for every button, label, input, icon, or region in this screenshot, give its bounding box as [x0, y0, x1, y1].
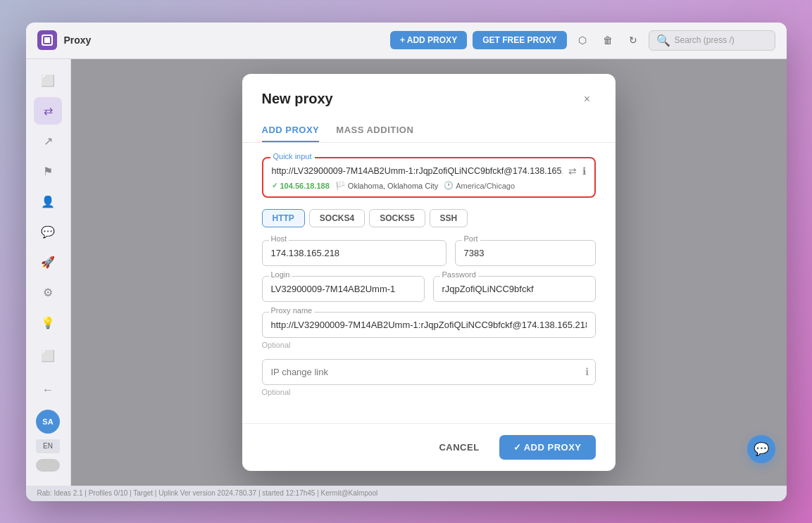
- port-label: Port: [462, 234, 480, 243]
- settings-icon: ⚙: [43, 286, 53, 299]
- protocol-tabs: HTTP SOCKS4 SOCKS5 SSH: [262, 209, 596, 227]
- search-bar[interactable]: 🔍 Search (press /): [649, 30, 775, 51]
- tab-mass-addition[interactable]: MASS ADDITION: [336, 119, 413, 142]
- quick-input-wrapper: Quick input ⇄ ℹ 104.56.18.188 🏳️ Okl: [262, 157, 596, 198]
- sidebar-item-chat[interactable]: 💬: [34, 218, 62, 246]
- search-icon: 🔍: [656, 34, 670, 47]
- host-label: Host: [269, 234, 289, 243]
- quick-input-swap-button[interactable]: ⇄: [568, 165, 577, 177]
- port-field: Port: [455, 240, 596, 266]
- login-field: Login: [262, 276, 425, 302]
- sidebar-bottom: ⬜ ← SA EN: [34, 342, 62, 477]
- main-content: ⬜ ⇄ ↗ ⚑ 👤 💬 🚀 ⚙ 💡: [26, 59, 787, 486]
- refresh-icon-button[interactable]: ↻: [623, 30, 643, 50]
- theme-toggle[interactable]: [36, 459, 60, 472]
- sidebar-item-extensions[interactable]: ↗: [34, 127, 62, 155]
- chat-icon: 💬: [41, 225, 55, 239]
- add-proxy-submit-button[interactable]: ✓ ADD PROXY: [499, 435, 596, 460]
- delete-icon-button[interactable]: 🗑: [598, 30, 618, 50]
- timezone-text: America/Chicago: [456, 182, 515, 190]
- password-label: Password: [440, 270, 478, 279]
- host-port-row: Host Port: [262, 240, 596, 266]
- modal-title: New proxy: [262, 91, 333, 107]
- bookmarks-icon: ⚑: [43, 165, 53, 178]
- proxy-name-row: Proxy name: [262, 312, 596, 338]
- protocol-tab-socks5[interactable]: SOCKS5: [369, 209, 425, 227]
- lang-button[interactable]: EN: [36, 439, 60, 453]
- quick-input-info-button[interactable]: ℹ: [582, 165, 586, 177]
- title-bar-actions: + ADD PROXY GET FREE PROXY ⬡ 🗑 ↻ 🔍 Searc…: [390, 30, 775, 51]
- app-window: Proxy + ADD PROXY GET FREE PROXY ⬡ 🗑 ↻ 🔍…: [26, 23, 787, 501]
- sidebar-item-bulb[interactable]: 💡: [34, 309, 62, 336]
- extensions-icon: ↗: [44, 134, 53, 148]
- browser-icon: ⬜: [41, 74, 55, 87]
- modal-close-button[interactable]: ×: [579, 91, 596, 108]
- app-icon-inner: [42, 34, 53, 46]
- quick-input-label: Quick input: [270, 152, 315, 160]
- page-area: New proxy × ADD PROXY MASS ADDITION Quic…: [71, 59, 787, 486]
- share-icon-button[interactable]: ⬡: [573, 30, 592, 50]
- flag-icon: 🏳️: [335, 181, 346, 191]
- users-icon: 👤: [41, 195, 55, 208]
- status-ip: 104.56.18.188: [272, 182, 330, 190]
- sidebar-item-browser[interactable]: ⬜: [34, 68, 62, 95]
- tab-add-proxy[interactable]: ADD PROXY: [262, 119, 320, 142]
- app-icon: [37, 30, 57, 50]
- ip-change-row: ℹ: [262, 359, 596, 385]
- login-password-row: Login Password: [262, 276, 596, 302]
- clock-icon: 🕐: [444, 181, 454, 190]
- login-input[interactable]: [262, 276, 425, 302]
- quick-input-field[interactable]: [272, 166, 563, 176]
- port-input[interactable]: [455, 240, 596, 266]
- avatar[interactable]: SA: [36, 410, 60, 434]
- proxy-icon: ⇄: [44, 104, 53, 118]
- sidebar-item-bookmarks[interactable]: ⚑: [34, 158, 62, 185]
- cancel-button[interactable]: CANCEL: [427, 436, 490, 458]
- proxy-name-input[interactable]: [262, 312, 596, 338]
- status-text: Rab: Ideas 2.1 | Profiles 0/10 | Target …: [37, 489, 378, 497]
- quick-input-row: ⇄ ℹ: [272, 165, 586, 177]
- ip-change-info-icon: ℹ: [585, 366, 589, 377]
- sidebar-item-secondary[interactable]: ⬜: [34, 342, 62, 370]
- quick-input-status: 104.56.18.188 🏳️ Oklahoma, Oklahoma City…: [272, 181, 586, 191]
- modal-header: New proxy ×: [242, 74, 616, 108]
- add-proxy-button[interactable]: + ADD PROXY: [390, 31, 467, 49]
- sidebar: ⬜ ⇄ ↗ ⚑ 👤 💬 🚀 ⚙ 💡: [26, 59, 71, 486]
- modal-body: Quick input ⇄ ℹ 104.56.18.188 🏳️ Okl: [242, 143, 616, 423]
- sidebar-item-rocket[interactable]: 🚀: [34, 248, 62, 276]
- get-free-proxy-button[interactable]: GET FREE PROXY: [473, 31, 566, 49]
- protocol-tab-http[interactable]: HTTP: [262, 209, 305, 227]
- sidebar-item-back[interactable]: ←: [34, 376, 62, 404]
- rocket-icon: 🚀: [41, 256, 55, 269]
- sidebar-item-settings[interactable]: ⚙: [34, 279, 62, 306]
- proxy-name-optional: Optional: [262, 341, 596, 349]
- status-bar: Rab: Ideas 2.1 | Profiles 0/10 | Target …: [26, 486, 787, 501]
- location-text: Oklahoma, Oklahoma City: [348, 182, 438, 190]
- ip-change-input[interactable]: [262, 359, 596, 385]
- app-title: Proxy: [64, 34, 390, 46]
- title-bar: Proxy + ADD PROXY GET FREE PROXY ⬡ 🗑 ↻ 🔍…: [26, 23, 787, 59]
- ip-change-optional: Optional: [262, 388, 596, 396]
- secondary-icon: ⬜: [41, 349, 55, 363]
- status-timezone: 🕐 America/Chicago: [444, 181, 515, 190]
- host-field: Host: [262, 240, 446, 266]
- chat-float-button[interactable]: 💬: [747, 435, 775, 463]
- modal-tabs: ADD PROXY MASS ADDITION: [242, 108, 616, 143]
- protocol-tab-socks4[interactable]: SOCKS4: [309, 209, 365, 227]
- status-location: 🏳️ Oklahoma, Oklahoma City: [335, 181, 438, 191]
- proxy-name-label: Proxy name: [269, 306, 315, 315]
- back-icon: ←: [42, 384, 54, 396]
- ip-change-field: ℹ: [262, 359, 596, 385]
- new-proxy-modal: New proxy × ADD PROXY MASS ADDITION Quic…: [242, 74, 616, 471]
- modal-overlay: New proxy × ADD PROXY MASS ADDITION Quic…: [71, 59, 787, 486]
- protocol-tab-ssh[interactable]: SSH: [430, 209, 468, 227]
- search-placeholder: Search (press /): [675, 35, 735, 45]
- host-input[interactable]: [262, 240, 446, 266]
- sidebar-item-users[interactable]: 👤: [34, 188, 62, 215]
- bulb-icon: 💡: [41, 316, 55, 329]
- password-input[interactable]: [433, 276, 596, 302]
- password-field: Password: [433, 276, 596, 302]
- modal-footer: CANCEL ✓ ADD PROXY: [242, 423, 616, 471]
- sidebar-item-proxy[interactable]: ⇄: [34, 97, 62, 125]
- login-label: Login: [269, 270, 292, 279]
